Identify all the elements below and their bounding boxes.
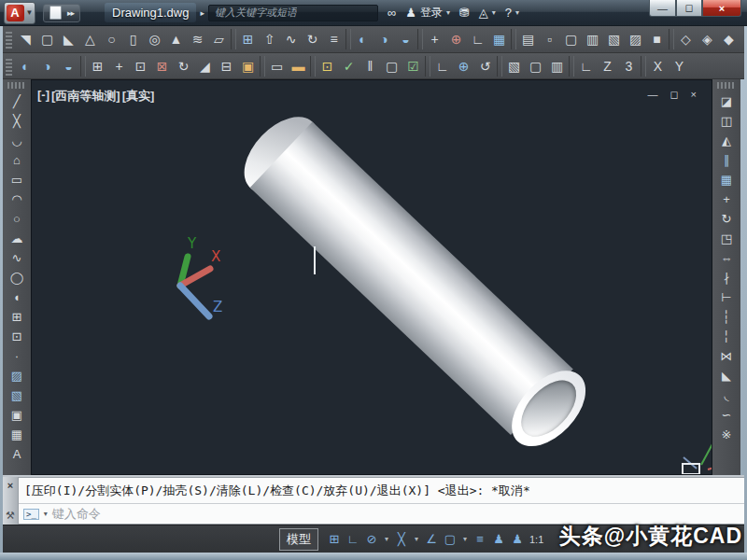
color-faces-icon[interactable]: ▣	[237, 55, 259, 77]
model-viewport[interactable]: [-][西南等轴测][真实] — ◻ × Y X Z	[31, 79, 712, 475]
sweep-icon[interactable]: ∿	[280, 28, 302, 50]
wrench-icon[interactable]: ⚒	[6, 510, 15, 522]
restore-button[interactable]: ◻	[676, 0, 702, 17]
extrude-icon[interactable]: ⇧	[259, 28, 280, 50]
view-control[interactable]: [西南等轴测]	[51, 88, 120, 105]
view-se-isometric-icon[interactable]: ◈	[697, 28, 718, 50]
viewport-minimize-button[interactable]: —	[647, 89, 657, 101]
join-icon[interactable]: ⋈	[715, 346, 738, 366]
subtract-icon[interactable]: ◑	[374, 28, 395, 50]
cone-icon[interactable]: △	[79, 28, 101, 50]
construction-line-icon[interactable]: ╳	[6, 111, 28, 131]
search-binoculars-icon[interactable]: ∞	[388, 6, 396, 20]
arc-icon[interactable]: ◠	[6, 189, 28, 209]
vs-wireframe-icon[interactable]: ▢	[560, 28, 582, 50]
rotate-faces-icon[interactable]: ↻	[173, 55, 194, 77]
stretch-icon[interactable]: ⇔	[715, 248, 738, 268]
3d-move-icon[interactable]: +	[424, 28, 445, 50]
intersect-icon[interactable]: ◒	[395, 28, 416, 50]
autoscale-icon[interactable]: ♟	[509, 529, 526, 550]
subtract-icon[interactable]: ◑	[36, 55, 58, 77]
annotation-scale-label[interactable]: 1:1	[528, 529, 545, 550]
signin-button[interactable]: ♟ 登录 ▾	[405, 5, 450, 21]
ucs-origin-icon[interactable]: ∟	[575, 55, 597, 77]
close-button[interactable]: ×	[702, 0, 741, 17]
app-menu-button[interactable]: A ▼	[4, 2, 35, 24]
viewport-restore-button[interactable]: ◻	[669, 89, 678, 101]
line-icon[interactable]: ╱	[6, 91, 28, 111]
ellipse-icon[interactable]: ◯	[6, 268, 28, 287]
pyramid-icon[interactable]: ▲	[165, 28, 187, 50]
shell-icon[interactable]: ▢	[381, 55, 402, 77]
point-icon[interactable]: ∙	[6, 346, 28, 366]
polar-dropdown-icon[interactable]: ▾	[382, 529, 391, 550]
clean-icon[interactable]: ✓	[338, 55, 359, 77]
viewport-close-button[interactable]: ×	[691, 89, 697, 101]
ucs-icon[interactable]: ∟	[431, 55, 453, 77]
ucs-x-rotate-icon[interactable]: X	[647, 55, 669, 77]
extend-icon[interactable]: ⊢	[715, 287, 738, 307]
ucs-face-icon[interactable]: ▧	[503, 55, 525, 77]
polygon-icon[interactable]: ⌂	[6, 150, 28, 170]
extrude-faces-icon[interactable]: ⊞	[87, 55, 108, 77]
toolbar-grip[interactable]	[6, 30, 12, 49]
explode-icon[interactable]: ※	[715, 425, 738, 444]
cylinder-icon[interactable]: ▯	[122, 28, 144, 50]
osnap-tracking-icon[interactable]: ∠	[423, 529, 440, 550]
delete-faces-icon[interactable]: ⊠	[151, 55, 173, 77]
move-faces-icon[interactable]: +	[108, 55, 130, 77]
chamfer-icon[interactable]: ◣	[715, 366, 738, 385]
loft-icon[interactable]: ≡	[323, 28, 345, 50]
polysolid-icon[interactable]: ◥	[15, 28, 36, 50]
region-icon[interactable]: ▣	[6, 405, 28, 425]
mirror-icon[interactable]: ◭	[715, 131, 738, 150]
planar-surface-icon[interactable]: ▱	[208, 28, 230, 50]
multiline-text-icon[interactable]: A	[6, 444, 28, 464]
offset-icon[interactable]: ∥	[715, 150, 738, 170]
vs-hidden-icon[interactable]: ▥	[582, 28, 603, 50]
chevron-down-icon[interactable]: ▾	[44, 510, 48, 518]
ellipse-arc-icon[interactable]: ◖	[6, 287, 28, 307]
offset-faces-icon[interactable]: ⊡	[130, 55, 151, 77]
insert-block-icon[interactable]: ⊞	[6, 307, 28, 327]
lineweight-icon[interactable]: ≡	[472, 529, 488, 550]
minimize-button[interactable]: —	[649, 0, 676, 17]
break-icon[interactable]: ╎	[715, 327, 738, 346]
erase-icon[interactable]: ◪	[715, 91, 738, 111]
view-ne-isometric-icon[interactable]: ◆	[718, 28, 740, 50]
circle-icon[interactable]: ○	[6, 209, 28, 229]
revision-cloud-icon[interactable]: ☁	[6, 229, 28, 248]
autodesk360-button[interactable]: ◬ ▾	[479, 6, 496, 20]
ucs-object-icon[interactable]: ▢	[525, 55, 546, 77]
3d-array-icon[interactable]: ▦	[488, 28, 510, 50]
annotation-visibility-icon[interactable]: ♟	[490, 529, 507, 550]
copy-faces-icon[interactable]: ⊟	[216, 55, 237, 77]
ucs-z-axis-icon[interactable]: Z	[597, 55, 618, 77]
toolbar-grip[interactable]	[6, 57, 12, 76]
new-drawing-icon[interactable]	[49, 6, 62, 20]
osnap-icon[interactable]: ▢	[442, 529, 458, 550]
array-icon[interactable]: ▦	[715, 170, 738, 189]
view-sw-isometric-icon[interactable]: ◇	[675, 28, 697, 50]
osnap-dropdown-icon[interactable]: ▾	[460, 529, 470, 550]
blend-curves-icon[interactable]: ∽	[715, 405, 738, 425]
gradient-icon[interactable]: ▧	[6, 385, 28, 405]
ucs-3point-icon[interactable]: 3	[618, 55, 640, 77]
taper-faces-icon[interactable]: ◢	[194, 55, 216, 77]
polar-tracking-icon[interactable]: ⊘	[363, 529, 380, 550]
expand-toolbar-icon[interactable]: ▸▸	[67, 8, 74, 18]
ucs-previous-icon[interactable]: ↺	[474, 55, 496, 77]
presspull-icon[interactable]: ⊞	[237, 28, 259, 50]
helix-icon[interactable]: ≋	[187, 28, 208, 50]
color-edges-icon[interactable]: ▬	[288, 55, 309, 77]
3d-rotate-icon[interactable]: ⊕	[445, 28, 467, 50]
make-block-icon[interactable]: ⊡	[6, 327, 28, 346]
snap-mode-icon[interactable]: ⊞	[326, 529, 343, 550]
break-at-point-icon[interactable]: ┆	[715, 307, 738, 327]
intersect-icon[interactable]: ◒	[58, 55, 79, 77]
ucs-view-icon[interactable]: ▥	[546, 55, 568, 77]
revolve-icon[interactable]: ↻	[302, 28, 323, 50]
toolbar-grip[interactable]	[717, 82, 736, 89]
visual-styles-manager-icon[interactable]: ▤	[517, 28, 539, 50]
rotate-icon[interactable]: ↻	[715, 209, 738, 229]
